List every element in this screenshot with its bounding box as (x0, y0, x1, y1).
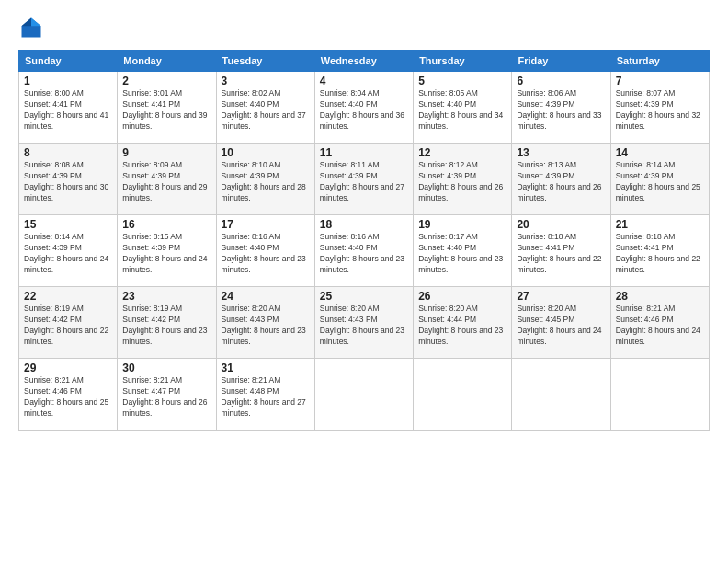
weekday-header: Friday (512, 51, 610, 72)
daylight-label: Daylight: 8 hours and 37 minutes. (222, 110, 306, 131)
daylight-label: Daylight: 8 hours and 24 minutes. (24, 254, 108, 274)
day-number: 30 (122, 362, 210, 374)
calendar-cell: 27 Sunrise: 8:20 AM Sunset: 4:45 PM Dayl… (512, 287, 610, 359)
day-number: 23 (122, 290, 210, 303)
weekday-header: Saturday (610, 51, 709, 72)
daylight-label: Daylight: 8 hours and 34 minutes. (418, 110, 503, 131)
sunset-label: Sunset: 4:39 PM (517, 99, 574, 109)
sunrise-label: Sunrise: 8:17 AM (418, 232, 478, 241)
sunset-label: Sunset: 4:39 PM (122, 171, 180, 180)
day-info: Sunrise: 8:10 AM Sunset: 4:39 PM Dayligh… (222, 160, 310, 204)
day-info: Sunrise: 8:07 AM Sunset: 4:39 PM Dayligh… (616, 88, 704, 132)
daylight-label: Daylight: 8 hours and 28 minutes. (222, 182, 306, 202)
day-number: 8 (24, 146, 112, 159)
day-info: Sunrise: 8:00 AM Sunset: 4:41 PM Dayligh… (24, 88, 112, 132)
sunrise-label: Sunrise: 8:11 AM (320, 160, 380, 169)
day-info: Sunrise: 8:13 AM Sunset: 4:39 PM Dayligh… (517, 160, 605, 204)
day-info: Sunrise: 8:21 AM Sunset: 4:46 PM Dayligh… (616, 304, 704, 348)
calendar-cell: 28 Sunrise: 8:21 AM Sunset: 4:46 PM Dayl… (610, 287, 709, 359)
sunset-label: Sunset: 4:39 PM (320, 171, 378, 180)
calendar-cell: 9 Sunrise: 8:09 AM Sunset: 4:39 PM Dayli… (118, 144, 216, 215)
calendar-week-row: 29 Sunrise: 8:21 AM Sunset: 4:46 PM Dayl… (19, 359, 710, 431)
sunrise-label: Sunrise: 8:20 AM (517, 304, 576, 313)
calendar-cell: 7 Sunrise: 8:07 AM Sunset: 4:39 PM Dayli… (610, 72, 709, 144)
day-info: Sunrise: 8:21 AM Sunset: 4:46 PM Dayligh… (24, 375, 112, 419)
sunrise-label: Sunrise: 8:00 AM (24, 88, 84, 98)
calendar-cell: 14 Sunrise: 8:14 AM Sunset: 4:39 PM Dayl… (610, 144, 709, 215)
sunrise-label: Sunrise: 8:20 AM (320, 304, 380, 313)
sunset-label: Sunset: 4:41 PM (616, 243, 674, 252)
day-info: Sunrise: 8:21 AM Sunset: 4:48 PM Dayligh… (222, 375, 310, 419)
sunrise-label: Sunrise: 8:20 AM (418, 304, 478, 313)
day-number: 4 (320, 75, 408, 87)
sunset-label: Sunset: 4:46 PM (616, 315, 674, 324)
day-info: Sunrise: 8:08 AM Sunset: 4:39 PM Dayligh… (24, 160, 112, 204)
sunset-label: Sunset: 4:39 PM (616, 99, 674, 109)
sunrise-label: Sunrise: 8:16 AM (320, 232, 380, 241)
sunset-label: Sunset: 4:40 PM (320, 243, 378, 252)
calendar-cell: 16 Sunrise: 8:15 AM Sunset: 4:39 PM Dayl… (118, 215, 216, 287)
daylight-label: Daylight: 8 hours and 32 minutes. (616, 110, 700, 131)
calendar-cell: 21 Sunrise: 8:18 AM Sunset: 4:41 PM Dayl… (610, 215, 709, 287)
sunset-label: Sunset: 4:42 PM (122, 315, 180, 324)
daylight-label: Daylight: 8 hours and 41 minutes. (24, 110, 108, 131)
sunrise-label: Sunrise: 8:21 AM (222, 375, 281, 385)
daylight-label: Daylight: 8 hours and 23 minutes. (122, 326, 207, 346)
calendar-cell: 26 Sunrise: 8:20 AM Sunset: 4:44 PM Dayl… (414, 287, 512, 359)
day-number: 19 (418, 218, 506, 231)
sunset-label: Sunset: 4:39 PM (222, 171, 279, 180)
day-info: Sunrise: 8:09 AM Sunset: 4:39 PM Dayligh… (122, 160, 210, 204)
day-info: Sunrise: 8:18 AM Sunset: 4:41 PM Dayligh… (517, 232, 605, 276)
daylight-label: Daylight: 8 hours and 39 minutes. (122, 110, 207, 131)
sunrise-label: Sunrise: 8:12 AM (418, 160, 478, 169)
sunset-label: Sunset: 4:43 PM (320, 315, 378, 324)
calendar-table: SundayMondayTuesdayWednesdayThursdayFrid… (18, 50, 710, 431)
day-info: Sunrise: 8:14 AM Sunset: 4:39 PM Dayligh… (616, 160, 704, 204)
day-number: 10 (222, 146, 310, 159)
day-number: 2 (122, 75, 210, 87)
day-number: 7 (616, 75, 704, 87)
day-info: Sunrise: 8:20 AM Sunset: 4:45 PM Dayligh… (517, 304, 605, 348)
sunset-label: Sunset: 4:39 PM (418, 171, 476, 180)
daylight-label: Daylight: 8 hours and 22 minutes. (616, 254, 700, 274)
day-number: 13 (517, 146, 605, 159)
day-number: 27 (517, 290, 605, 303)
page: SundayMondayTuesdayWednesdayThursdayFrid… (0, 0, 728, 563)
daylight-label: Daylight: 8 hours and 26 minutes. (122, 397, 207, 418)
sunset-label: Sunset: 4:39 PM (24, 243, 82, 252)
calendar-cell: 22 Sunrise: 8:19 AM Sunset: 4:42 PM Dayl… (19, 287, 118, 359)
sunrise-label: Sunrise: 8:18 AM (517, 232, 576, 241)
calendar-cell: 8 Sunrise: 8:08 AM Sunset: 4:39 PM Dayli… (19, 144, 118, 215)
day-info: Sunrise: 8:05 AM Sunset: 4:40 PM Dayligh… (418, 88, 506, 132)
day-info: Sunrise: 8:21 AM Sunset: 4:47 PM Dayligh… (122, 375, 210, 419)
daylight-label: Daylight: 8 hours and 24 minutes. (616, 326, 700, 346)
calendar-cell: 5 Sunrise: 8:05 AM Sunset: 4:40 PM Dayli… (414, 72, 512, 144)
day-info: Sunrise: 8:15 AM Sunset: 4:39 PM Dayligh… (122, 232, 210, 276)
calendar-cell (610, 359, 709, 431)
sunrise-label: Sunrise: 8:05 AM (418, 88, 478, 98)
sunrise-label: Sunrise: 8:16 AM (222, 232, 281, 241)
day-info: Sunrise: 8:01 AM Sunset: 4:41 PM Dayligh… (122, 88, 210, 132)
day-number: 9 (122, 146, 210, 159)
calendar-cell: 6 Sunrise: 8:06 AM Sunset: 4:39 PM Dayli… (512, 72, 610, 144)
svg-marker-2 (22, 18, 32, 27)
daylight-label: Daylight: 8 hours and 25 minutes. (616, 182, 700, 202)
calendar-cell: 25 Sunrise: 8:20 AM Sunset: 4:43 PM Dayl… (314, 287, 413, 359)
sunset-label: Sunset: 4:39 PM (517, 171, 574, 180)
calendar-cell: 20 Sunrise: 8:18 AM Sunset: 4:41 PM Dayl… (512, 215, 610, 287)
day-number: 1 (24, 75, 112, 87)
calendar-cell: 30 Sunrise: 8:21 AM Sunset: 4:47 PM Dayl… (118, 359, 216, 431)
calendar-cell: 12 Sunrise: 8:12 AM Sunset: 4:39 PM Dayl… (414, 144, 512, 215)
calendar-cell: 23 Sunrise: 8:19 AM Sunset: 4:42 PM Dayl… (118, 287, 216, 359)
calendar-cell (512, 359, 610, 431)
calendar-cell: 29 Sunrise: 8:21 AM Sunset: 4:46 PM Dayl… (19, 359, 118, 431)
day-info: Sunrise: 8:16 AM Sunset: 4:40 PM Dayligh… (320, 232, 408, 276)
calendar-cell: 15 Sunrise: 8:14 AM Sunset: 4:39 PM Dayl… (19, 215, 118, 287)
daylight-label: Daylight: 8 hours and 26 minutes. (517, 182, 601, 202)
weekday-header: Monday (118, 51, 216, 72)
day-info: Sunrise: 8:14 AM Sunset: 4:39 PM Dayligh… (24, 232, 112, 276)
sunrise-label: Sunrise: 8:20 AM (222, 304, 281, 313)
daylight-label: Daylight: 8 hours and 27 minutes. (320, 182, 404, 202)
sunrise-label: Sunrise: 8:02 AM (222, 88, 281, 98)
calendar-cell: 2 Sunrise: 8:01 AM Sunset: 4:41 PM Dayli… (118, 72, 216, 144)
